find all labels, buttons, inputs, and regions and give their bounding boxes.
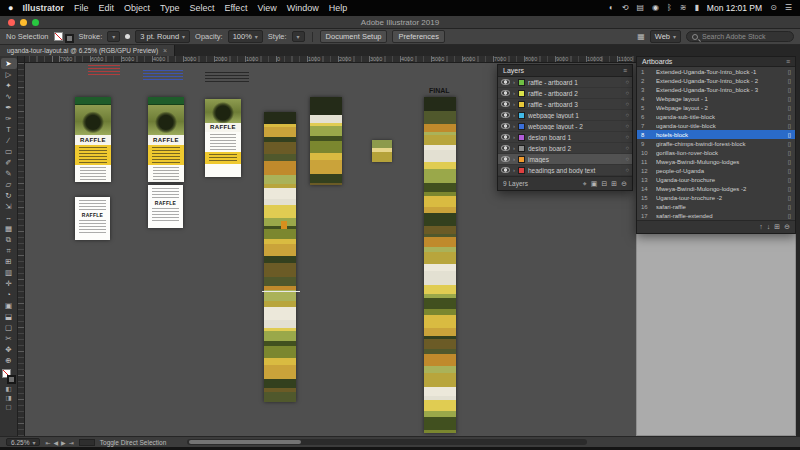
- visibility-eye-icon[interactable]: [501, 79, 510, 85]
- wifi-icon[interactable]: ≋: [680, 0, 687, 16]
- preferences-button[interactable]: Preferences: [392, 30, 444, 43]
- menu-file[interactable]: File: [69, 3, 94, 13]
- workspace-dropdown[interactable]: Web▾: [650, 30, 681, 43]
- paintbrush-tool[interactable]: ✐: [1, 157, 17, 168]
- toolbar-stroke-swatch[interactable]: [7, 375, 16, 384]
- visibility-eye-icon[interactable]: [501, 112, 510, 118]
- zoom-window-button[interactable]: [32, 19, 39, 26]
- direct-selection-tool[interactable]: ▷: [1, 69, 17, 80]
- artboard-row[interactable]: 11Mweya-Bwindi-Mulungo-lodges▯: [637, 157, 795, 166]
- menu-view[interactable]: View: [252, 3, 281, 13]
- artboard-row[interactable]: 14Mweya-Bwindi-Mulongo-lodges -2▯: [637, 184, 795, 193]
- mesh-tool[interactable]: ⊞: [1, 256, 17, 267]
- artboard-tool[interactable]: ▢: [1, 322, 17, 333]
- layer-row[interactable]: ›images○: [498, 154, 632, 165]
- artboard-row[interactable]: 9giraffe-chimps-bwindi-forest-block▯: [637, 139, 795, 148]
- panel-menu-icon[interactable]: ≡: [786, 58, 790, 65]
- layer-target-icon[interactable]: ○: [625, 79, 629, 85]
- artboard-row[interactable]: 12people-of-Uganda▯: [637, 166, 795, 175]
- layer-target-icon[interactable]: ○: [625, 156, 629, 162]
- stroke-swatch[interactable]: [65, 34, 74, 43]
- artboard-row[interactable]: 13Uganda-tour-brochure▯: [637, 175, 795, 184]
- close-tab-icon[interactable]: ×: [163, 47, 167, 54]
- eyedropper-tool[interactable]: ✛: [1, 278, 17, 289]
- shape-builder-tool[interactable]: ⧉: [1, 234, 17, 245]
- layers-panel-header[interactable]: Layers ≡: [498, 65, 632, 77]
- layer-row[interactable]: ›design board 2○: [498, 143, 632, 154]
- layer-target-icon[interactable]: ○: [625, 90, 629, 96]
- fill-swatch[interactable]: [54, 32, 63, 41]
- expand-arrow-icon[interactable]: ›: [513, 123, 515, 129]
- artboard-row[interactable]: 5Webpage layout - 2▯: [637, 103, 795, 112]
- menu-type[interactable]: Type: [155, 3, 185, 13]
- lasso-tool[interactable]: ∿: [1, 91, 17, 102]
- prev-artboard-icon[interactable]: ◀: [53, 439, 58, 446]
- artboard-row[interactable]: 10gorillas-lion-rover-block▯: [637, 148, 795, 157]
- stroke-weight-dropdown[interactable]: ▾: [107, 31, 120, 42]
- menu-illustrator[interactable]: Illustrator: [17, 3, 69, 13]
- delete-artboard-icon[interactable]: ⊖: [784, 223, 790, 231]
- expand-arrow-icon[interactable]: ›: [513, 90, 515, 96]
- delete-layer-icon[interactable]: ⊖: [621, 180, 627, 188]
- free-transform-tool[interactable]: ▦: [1, 223, 17, 234]
- menu-effect[interactable]: Effect: [220, 3, 253, 13]
- vertical-ruler[interactable]: [18, 63, 25, 436]
- menu-object[interactable]: Object: [119, 3, 155, 13]
- blend-tool[interactable]: ◔: [1, 289, 17, 300]
- artboard-row[interactable]: 1Extended-Uganda-Tour-Intro_block -1▯: [637, 67, 795, 76]
- move-up-icon[interactable]: ↑: [759, 223, 763, 231]
- close-window-button[interactable]: [8, 19, 15, 26]
- make-mask-icon[interactable]: ▣: [591, 180, 598, 188]
- expand-arrow-icon[interactable]: ›: [513, 134, 515, 140]
- layer-target-icon[interactable]: ○: [625, 123, 629, 129]
- rotate-tool[interactable]: ↻: [1, 190, 17, 201]
- visibility-eye-icon[interactable]: [501, 145, 510, 151]
- visibility-eye-icon[interactable]: [501, 123, 510, 129]
- artboard-raffle-flyer-1[interactable]: RAFFLE: [148, 185, 183, 228]
- bluetooth-icon[interactable]: ᛒ: [667, 0, 672, 16]
- visibility-eye-icon[interactable]: [501, 90, 510, 96]
- new-sublayer-icon[interactable]: ⊟: [601, 180, 607, 188]
- document-tab[interactable]: uganda-tour-layout.ai @ 6.25% (RGB/GPU P…: [0, 45, 175, 56]
- menu-window[interactable]: Window: [282, 3, 324, 13]
- layer-row[interactable]: ›raffle - artboard 3○: [498, 99, 632, 110]
- selection-tool[interactable]: ➤: [1, 58, 17, 69]
- artboard-row[interactable]: 17safari-raffle-extended▯: [637, 211, 795, 220]
- brush-dropdown[interactable]: 3 pt. Round▾: [135, 30, 190, 43]
- opacity-dropdown[interactable]: 100%▾: [228, 30, 263, 43]
- visibility-eye-icon[interactable]: [501, 101, 510, 107]
- pencil-tool[interactable]: ✎: [1, 168, 17, 179]
- layer-row[interactable]: ›webpage layout - 2○: [498, 121, 632, 132]
- artboard-raffle-flyer-2[interactable]: RAFFLE: [75, 197, 110, 240]
- expand-arrow-icon[interactable]: ›: [513, 167, 515, 173]
- search-input[interactable]: [702, 33, 792, 40]
- artboard-webpage-layout-final[interactable]: [424, 97, 456, 433]
- scale-tool[interactable]: ⇲: [1, 201, 17, 212]
- document-setup-button[interactable]: Document Setup: [320, 30, 388, 43]
- artboard-row[interactable]: 7uganda-tour-title-block▯: [637, 121, 795, 130]
- scrollbar-thumb[interactable]: [189, 440, 301, 444]
- artboard-webpage-intro-block[interactable]: [310, 97, 342, 185]
- menu-select[interactable]: Select: [185, 3, 220, 13]
- expand-arrow-icon[interactable]: ›: [513, 156, 515, 162]
- spotlight-icon[interactable]: ⊙: [770, 0, 777, 16]
- artboard-row[interactable]: 8hotels-block▯: [637, 130, 795, 139]
- expand-arrow-icon[interactable]: ›: [513, 101, 515, 107]
- next-artboard-icon[interactable]: ▶: [61, 439, 66, 446]
- color-mode-button[interactable]: ◧: [1, 384, 17, 393]
- symbol-sprayer-tool[interactable]: ▣: [1, 300, 17, 311]
- layer-target-icon[interactable]: ○: [625, 112, 629, 118]
- artboard-raffle-poster-2[interactable]: RAFFLE: [148, 97, 184, 182]
- visibility-eye-icon[interactable]: [501, 134, 510, 140]
- width-tool[interactable]: ↔: [1, 212, 17, 223]
- artboard-raffle-poster-1[interactable]: RAFFLE: [75, 97, 111, 182]
- new-artboard-icon[interactable]: ⊞: [774, 223, 780, 231]
- layer-target-icon[interactable]: ○: [625, 101, 629, 107]
- horizontal-scrollbar[interactable]: [187, 439, 587, 445]
- layer-target-icon[interactable]: ○: [625, 167, 629, 173]
- rectangle-tool[interactable]: ▭: [1, 146, 17, 157]
- layer-target-icon[interactable]: ○: [625, 134, 629, 140]
- new-layer-icon[interactable]: ⊞: [611, 180, 617, 188]
- artboard-hotels-block[interactable]: [372, 140, 392, 162]
- volume-icon[interactable]: ◉: [652, 0, 659, 16]
